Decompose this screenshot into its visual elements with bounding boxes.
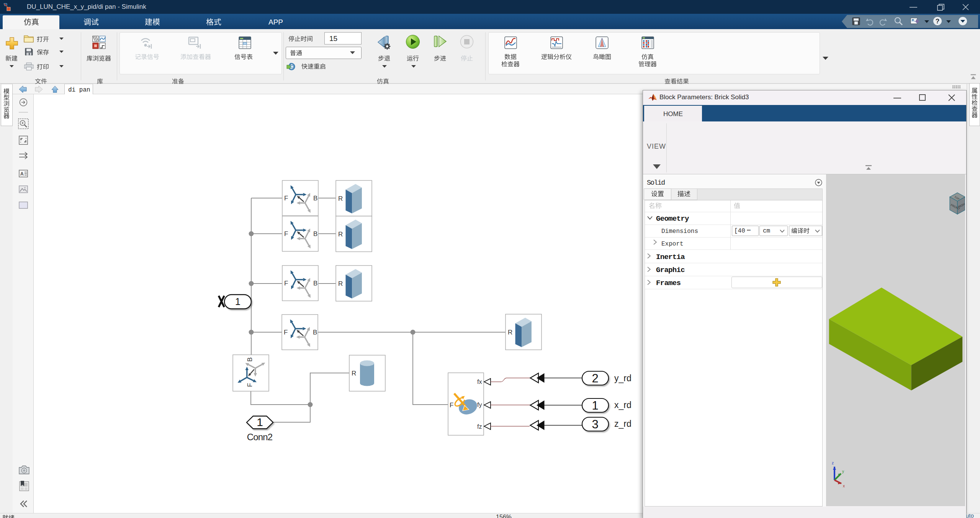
svg-text:1: 1 <box>235 296 241 307</box>
svg-text:z_rd: z_rd <box>614 419 632 429</box>
svg-text:2: 2 <box>592 372 598 385</box>
svg-text:F: F <box>284 280 288 287</box>
svg-text:F: F <box>450 402 453 409</box>
svg-text:?: ? <box>936 18 939 25</box>
svg-text:1: 1 <box>592 399 598 412</box>
svg-text:B: B <box>313 230 317 238</box>
svg-text:F: F <box>284 195 288 202</box>
svg-text:B: B <box>313 195 317 202</box>
svg-text:B: B <box>313 280 317 287</box>
svg-text:z: z <box>832 461 834 465</box>
svg-text:R: R <box>508 329 512 336</box>
svg-text:R: R <box>338 280 343 287</box>
svg-text:y_rd: y_rd <box>614 373 632 383</box>
svg-text:R: R <box>338 231 343 238</box>
svg-text:x: x <box>843 484 845 488</box>
svg-text:B: B <box>313 329 317 336</box>
svg-text:Conn2: Conn2 <box>247 432 273 442</box>
svg-text:A: A <box>20 171 24 177</box>
svg-text:F: F <box>284 230 288 238</box>
svg-text:fz: fz <box>477 423 482 430</box>
svg-text:1: 1 <box>257 416 263 428</box>
svg-text:fy: fy <box>477 402 482 408</box>
svg-text:B: B <box>246 357 254 362</box>
svg-text:F: F <box>284 329 288 336</box>
svg-text:fx: fx <box>477 379 482 385</box>
svg-text:R: R <box>352 370 356 377</box>
svg-text:uto: uto <box>966 513 974 518</box>
svg-text:F: F <box>246 383 254 387</box>
svg-text:3: 3 <box>592 418 598 431</box>
svg-text:x_rd: x_rd <box>614 400 632 410</box>
svg-text:R: R <box>338 195 343 202</box>
svg-text:y: y <box>842 469 844 474</box>
